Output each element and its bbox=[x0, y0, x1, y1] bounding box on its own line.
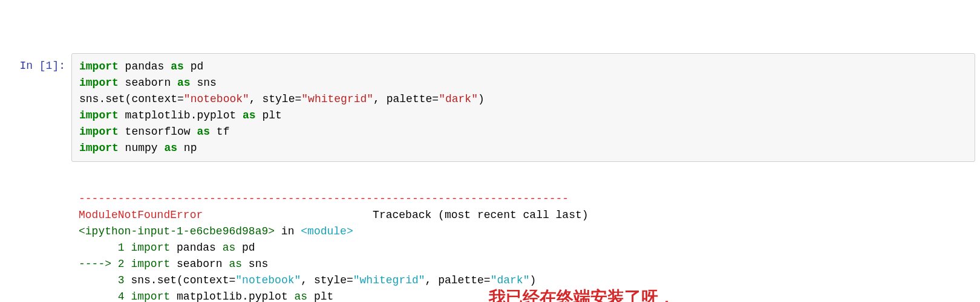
keyword-import: import bbox=[131, 242, 170, 254]
user-annotation: 我已经在终端安装了呀， 怎么还是没有这模块，坑爹啊 bbox=[489, 283, 709, 302]
output-text: = bbox=[229, 274, 235, 286]
string-literal: "notebook" bbox=[184, 93, 249, 105]
output-cell: ----------------------------------------… bbox=[5, 186, 975, 302]
code-text: sns.set(context= bbox=[79, 93, 184, 105]
input-prompt: In [1]: bbox=[5, 53, 71, 74]
code-text: matplotlib.pyplot bbox=[119, 109, 243, 121]
code-text: tensorflow bbox=[119, 126, 197, 138]
output-text: pyplot bbox=[249, 291, 295, 302]
output-text: , bbox=[425, 274, 439, 286]
keyword-as: as bbox=[197, 126, 210, 138]
output-text: sns bbox=[242, 258, 268, 270]
code-text: pandas bbox=[119, 60, 171, 72]
module-ref: <module> bbox=[301, 225, 353, 237]
keyword-import: import bbox=[131, 291, 170, 302]
string-literal: "whitegrid" bbox=[301, 93, 373, 105]
keyword-import: import bbox=[79, 126, 119, 138]
keyword-as: as bbox=[177, 77, 191, 89]
code-text: tf bbox=[210, 126, 229, 138]
input-cell: In [1]: import pandas as pd import seabo… bbox=[5, 53, 975, 162]
output-text: style bbox=[314, 274, 347, 286]
code-text: np bbox=[177, 142, 197, 154]
output-text: matplotlib bbox=[170, 291, 242, 302]
line-number: 4 bbox=[79, 291, 131, 302]
output-text: ( bbox=[177, 274, 183, 286]
line-number: 3 bbox=[79, 274, 131, 286]
output-text: plt bbox=[307, 291, 333, 302]
keyword-as: as bbox=[295, 291, 308, 302]
code-text: seaborn bbox=[119, 77, 177, 89]
keyword-as: as bbox=[243, 109, 256, 121]
code-input-area[interactable]: import pandas as pd import seaborn as sn… bbox=[71, 53, 975, 162]
output-text: palette bbox=[438, 274, 484, 286]
output-text: , bbox=[301, 274, 314, 286]
output-text: = bbox=[347, 274, 353, 286]
keyword-import: import bbox=[79, 142, 119, 154]
output-text: sns bbox=[131, 274, 150, 286]
string-literal: "dark" bbox=[439, 93, 478, 105]
output-text: in bbox=[275, 225, 301, 237]
keyword-as: as bbox=[164, 142, 177, 154]
output-area: ----------------------------------------… bbox=[71, 186, 975, 302]
error-dashes: ----------------------------------------… bbox=[79, 193, 569, 205]
ipython-input-ref: <ipython-input-1-e6cbe96d98a9> bbox=[79, 225, 275, 237]
string-literal: "notebook" bbox=[235, 274, 301, 286]
error-name: ModuleNotFoundError bbox=[79, 209, 203, 221]
output-text: pd bbox=[235, 242, 255, 254]
output-text: seaborn bbox=[170, 258, 229, 270]
output-text bbox=[203, 209, 373, 221]
code-text: numpy bbox=[119, 142, 165, 154]
keyword-as: as bbox=[229, 258, 242, 270]
output-text: . bbox=[242, 291, 249, 302]
keyword-import: import bbox=[79, 109, 119, 121]
output-text: pandas bbox=[170, 242, 222, 254]
string-literal: "whitegrid" bbox=[353, 274, 425, 286]
output-text: . bbox=[151, 274, 157, 286]
keyword-import: import bbox=[131, 258, 170, 270]
code-text: pd bbox=[184, 60, 203, 72]
output-prompt bbox=[5, 186, 71, 191]
output-text: set bbox=[157, 274, 177, 286]
keyword-import: import bbox=[79, 77, 119, 89]
code-text: , palette= bbox=[373, 93, 439, 105]
keyword-import: import bbox=[79, 60, 119, 72]
annotation-line-1: 我已经在终端安装了呀， bbox=[489, 283, 709, 302]
line-number: 1 bbox=[79, 242, 131, 254]
code-text: plt bbox=[256, 109, 282, 121]
keyword-as: as bbox=[171, 60, 184, 72]
keyword-as: as bbox=[223, 242, 236, 254]
traceback-label: Traceback (most recent call last) bbox=[373, 209, 588, 221]
error-arrow: ----> bbox=[79, 258, 118, 270]
output-text: context bbox=[183, 274, 229, 286]
code-text: sns bbox=[191, 77, 217, 89]
code-text: , style= bbox=[249, 93, 301, 105]
line-number: 2 bbox=[118, 258, 131, 270]
code-text: ) bbox=[478, 93, 485, 105]
